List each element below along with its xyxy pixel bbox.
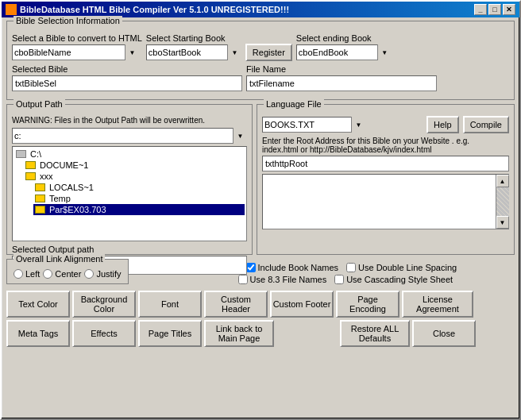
scroll-down-btn[interactable]: ▼	[496, 216, 509, 229]
title-bar-text: BibleDatabase HTML Bible Compiler Ver 5.…	[6, 4, 289, 15]
minimize-button[interactable]: _	[474, 4, 487, 15]
drive-icon	[16, 149, 29, 159]
output-path-group-label: Output Path	[14, 99, 65, 109]
radio-left: Left	[14, 269, 40, 279]
bible-selection-group: Bible Selection Information Select a Bib…	[6, 21, 515, 100]
link-back-button[interactable]: Link back to Main Page	[204, 320, 274, 347]
custom-header-button[interactable]: Custom Header	[204, 291, 268, 318]
drive-combo-wrapper: c: ▼	[12, 128, 247, 144]
page-titles-button[interactable]: Page Titles	[138, 320, 202, 347]
double-line-label: Use Double Line Spacing	[358, 263, 457, 272]
select-bible-label: Select a Bible to convert to HTML	[12, 33, 142, 43]
drive-combo[interactable]: c:	[12, 128, 247, 144]
main-window: BibleDatabase HTML Bible Compiler Ver 5.…	[0, 0, 521, 420]
selected-bible-input[interactable]	[12, 75, 242, 91]
file-name-label: File Name	[246, 64, 437, 74]
use-css-input[interactable]	[334, 275, 344, 284]
font-button[interactable]: Font	[138, 291, 202, 318]
radio-center-label: Center	[55, 269, 81, 279]
license-agreement-button[interactable]: License Agreement	[402, 291, 473, 318]
include-book-names-input[interactable]	[246, 263, 256, 272]
textarea-scrollbar[interactable]: ▲ ▼	[496, 175, 508, 229]
radio-left-input[interactable]	[14, 269, 23, 279]
scroll-up-btn[interactable]: ▲	[496, 175, 509, 187]
scroll-track	[496, 187, 509, 216]
text-area-container: ▲ ▼	[262, 174, 509, 229]
root-address-example: index.html or http://BibleDatabase/kjv/i…	[262, 145, 509, 154]
end-book-label: Select ending Book	[296, 33, 392, 43]
maximize-button[interactable]: □	[488, 4, 501, 15]
start-book-combo-wrapper: cboStartBook ▼	[146, 44, 241, 60]
text-color-button[interactable]: Text Color	[6, 291, 70, 318]
title-bar: BibleDatabase HTML Bible Compiler Ver 5.…	[2, 2, 519, 17]
window-title: BibleDatabase HTML Bible Compiler Ver 5.…	[20, 5, 289, 14]
tree-area: C:\ DOCUME~1 xxx	[12, 146, 247, 241]
compile-button[interactable]: Compile	[463, 116, 509, 133]
alignment-group: Overall Link Alignment Left Center Justi…	[6, 259, 129, 284]
folder-icon-locals	[35, 183, 48, 192]
lang-combo-wrapper: BOOKS.TXT ▼	[262, 117, 365, 133]
double-line-cb: Use Double Line Spacing	[346, 263, 457, 272]
output-path-warning: WARNING: Files in the Output Path will b…	[12, 116, 247, 125]
radio-justify-label: Justify	[96, 269, 121, 279]
include-book-names-cb: Include Book Names	[246, 263, 339, 272]
effects-button[interactable]: Effects	[72, 320, 136, 347]
bible-combo-wrapper: cboBibleName ▼	[12, 44, 139, 60]
custom-footer-button[interactable]: Custom Footer	[270, 291, 334, 318]
output-path-group: Output Path WARNING: Files in the Output…	[6, 104, 253, 255]
start-book-combo[interactable]: cboStartBook	[146, 44, 241, 60]
restore-defaults-button[interactable]: Restore ALL Defaults	[340, 320, 410, 347]
close-main-button[interactable]: Close	[412, 320, 476, 347]
help-button[interactable]: Help	[426, 116, 459, 133]
language-file-panel: Language File BOOKS.TXT ▼ Help Compile E…	[257, 104, 515, 259]
bible-name-combo[interactable]: cboBibleName	[12, 44, 139, 60]
http-root-input[interactable]	[262, 156, 509, 171]
tree-item-xxx[interactable]: xxx	[24, 171, 245, 182]
use-83-cb: Use 8.3 File Names	[238, 275, 327, 284]
meta-tags-button[interactable]: Meta Tags	[6, 320, 70, 347]
bible-selection-label: Bible Selection Information	[14, 16, 122, 25]
tree-item-locals[interactable]: LOCALS~1	[33, 182, 245, 193]
lang-file-row: BOOKS.TXT ▼ Help Compile	[262, 116, 509, 133]
options-row: Overall Link Alignment Left Center Justi…	[6, 259, 515, 288]
filename-input[interactable]	[246, 75, 437, 91]
language-file-label: Language File	[264, 99, 324, 109]
folder-icon-temp	[35, 194, 48, 203]
tree-item-temp[interactable]: Temp	[33, 193, 245, 204]
double-line-input[interactable]	[346, 263, 356, 272]
use-css-cb: Use Cascading Style Sheet	[334, 275, 453, 284]
language-file-group: Language File BOOKS.TXT ▼ Help Compile E…	[257, 104, 515, 255]
use-83-label: Use 8.3 File Names	[250, 275, 327, 284]
alignment-label: Overall Link Alignment	[14, 254, 105, 264]
bottom-buttons-row2: Meta Tags Effects Page Titles Link back …	[6, 320, 515, 347]
background-color-button[interactable]: Background Color	[72, 291, 136, 318]
folder-tree[interactable]: C:\ DOCUME~1 xxx	[12, 146, 247, 241]
checkboxes-row2: Use 8.3 File Names Use Cascading Style S…	[238, 275, 515, 284]
selected-output-label: Selected Output path	[12, 245, 247, 254]
radio-center-input[interactable]	[43, 269, 52, 279]
radio-left-label: Left	[25, 269, 40, 279]
use-css-label: Use Cascading Style Sheet	[346, 275, 453, 284]
radio-justify: Justify	[84, 269, 121, 279]
register-button[interactable]: Register	[245, 44, 292, 61]
radio-justify-input[interactable]	[84, 269, 94, 279]
bottom-buttons-row1: Text Color Background Color Font Custom …	[6, 291, 515, 318]
folder-icon-docume	[25, 160, 38, 170]
middle-section: Output Path WARNING: Files in the Output…	[6, 104, 515, 259]
extra-textarea[interactable]	[263, 175, 496, 229]
use-83-input[interactable]	[238, 275, 248, 284]
page-encoding-button[interactable]: Page Encoding	[336, 291, 399, 318]
title-buttons: _ □ ✕	[474, 4, 515, 15]
folder-icon-xxx	[25, 171, 38, 181]
tree-item-c[interactable]: C:\	[14, 148, 245, 160]
folder-icon-parex	[35, 205, 48, 214]
tree-item-docume[interactable]: DOCUME~1	[24, 160, 245, 171]
bible-selection-row: Select a Bible to convert to HTML cboBib…	[12, 33, 509, 61]
close-button[interactable]: ✕	[503, 4, 515, 15]
selected-bible-row: Selected Bible File Name	[12, 64, 509, 91]
output-path-panel: Output Path WARNING: Files in the Output…	[6, 104, 253, 259]
lang-combo[interactable]: BOOKS.TXT	[262, 117, 365, 133]
end-book-combo[interactable]: cboEndBook	[296, 44, 392, 60]
selected-bible-label: Selected Bible	[12, 64, 242, 74]
tree-item-parex[interactable]: Par$EX03.703	[33, 204, 245, 215]
